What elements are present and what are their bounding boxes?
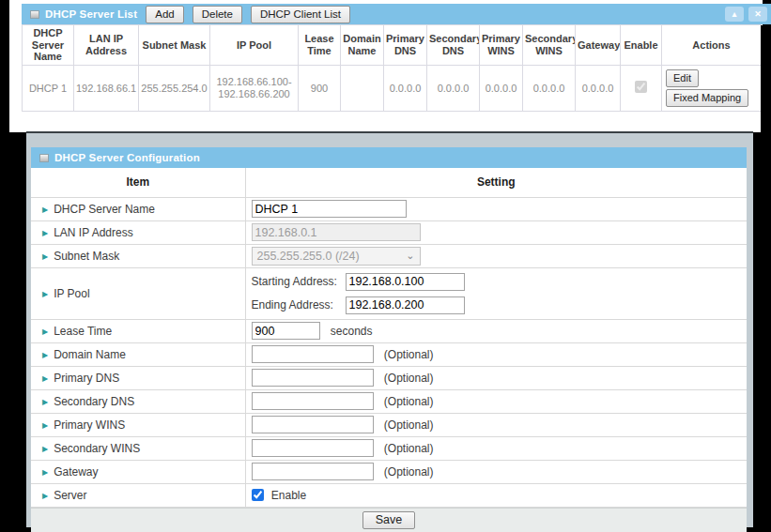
column-header: DHCP Server Name	[23, 25, 74, 66]
row-secondary-dns: ▶Secondary DNS (Optional)	[31, 389, 747, 413]
cell-actions: Edit Fixed Mapping	[662, 65, 762, 111]
add-button[interactable]: Add	[146, 6, 183, 23]
close-icon[interactable]: ✕	[748, 7, 767, 22]
column-header: Actions	[662, 25, 762, 66]
panel-title: DHCP Server Configuration	[54, 152, 200, 163]
server-enable-checkbox[interactable]	[252, 489, 264, 501]
column-header: Domain Name	[341, 25, 384, 66]
subnet-mask-select: 255.255.255.0 (/24) ⌄	[252, 247, 421, 266]
config-footer: Save	[31, 508, 747, 532]
dhcp-server-configuration-table: Item Setting ▶DHCP Server Name ▶LAN IP A…	[31, 168, 747, 508]
optional-label: (Optional)	[384, 348, 434, 361]
field-label: Lease Time	[54, 325, 112, 338]
cell-secondary-dns: 0.0.0.0	[427, 65, 480, 111]
dhcp-server-list-titlebar: DHCP Server List Add Delete DHCP Client …	[22, 4, 771, 24]
secondary-dns-input[interactable]	[252, 392, 374, 410]
field-label: Primary DNS	[54, 372, 119, 385]
secondary-wins-input[interactable]	[252, 439, 374, 457]
row-secondary-wins: ▶Secondary WINS (Optional)	[31, 436, 747, 460]
item-arrow-icon: ▶	[42, 468, 48, 477]
titlebar-window-controls: ▴ ✕	[720, 7, 767, 22]
optional-label: (Optional)	[384, 418, 434, 432]
delete-button[interactable]: Delete	[193, 6, 242, 23]
cell-secondary-wins: 0.0.0.0	[523, 65, 576, 111]
cell-subnet-mask: 255.255.254.0	[139, 65, 210, 111]
optional-label: (Optional)	[384, 442, 434, 455]
column-header: Secondary WINS	[523, 25, 576, 66]
config-header-row: Item Setting	[31, 168, 747, 197]
item-arrow-icon: ▶	[42, 492, 48, 500]
background-mask	[761, 25, 771, 132]
cell-domain-name	[341, 65, 384, 111]
lease-time-input[interactable]	[252, 322, 320, 340]
ending-address-label: Ending Address:	[252, 298, 346, 312]
edit-button[interactable]: Edit	[666, 69, 699, 87]
field-label: Domain Name	[54, 348, 126, 361]
item-arrow-icon: ▶	[42, 229, 48, 237]
cell-primary-wins: 0.0.0.0	[480, 65, 523, 111]
gateway-input[interactable]	[252, 463, 374, 480]
column-header: Secondary DNS	[427, 25, 480, 66]
column-header: Primary DNS	[384, 25, 427, 66]
primary-dns-input[interactable]	[252, 369, 374, 387]
cell-gateway: 0.0.0.0	[576, 65, 621, 111]
column-header: Subnet Mask	[139, 25, 210, 66]
item-arrow-icon: ▶	[42, 398, 48, 406]
row-primary-dns: ▶Primary DNS (Optional)	[31, 366, 747, 389]
domain-name-input[interactable]	[252, 345, 374, 363]
field-label: Subnet Mask	[54, 250, 119, 263]
row-server: ▶Server Enable	[31, 483, 747, 507]
dhcp-server-list-table: DHCP Server Name LAN IP Address Subnet M…	[22, 24, 762, 112]
row-subnet-mask: ▶Subnet Mask 255.255.255.0 (/24) ⌄	[31, 244, 747, 267]
item-arrow-icon: ▶	[42, 252, 48, 261]
row-dhcp-server-name: ▶DHCP Server Name	[31, 197, 747, 220]
panel-square-icon	[30, 10, 39, 19]
field-label: Gateway	[54, 465, 98, 479]
item-arrow-icon: ▶	[42, 421, 48, 430]
field-label: LAN IP Address	[54, 226, 133, 239]
field-label: DHCP Server Name	[54, 203, 155, 216]
item-arrow-icon: ▶	[42, 374, 48, 383]
row-gateway: ▶Gateway (Optional)	[31, 460, 747, 483]
cell-lan-ip: 192.168.66.1	[74, 65, 139, 111]
save-button[interactable]: Save	[362, 511, 416, 529]
item-arrow-icon: ▶	[42, 290, 48, 298]
table-row: DHCP 1 192.168.66.1 255.255.254.0 192.16…	[23, 65, 762, 111]
field-label: Server	[54, 489, 86, 502]
row-lan-ip-address: ▶LAN IP Address	[31, 220, 747, 244]
cell-primary-dns: 0.0.0.0	[384, 65, 427, 111]
field-label: Secondary WINS	[54, 442, 140, 455]
field-label: IP Pool	[54, 287, 89, 300]
table-header-row: DHCP Server Name LAN IP Address Subnet M…	[23, 25, 762, 66]
column-header: Primary WINS	[480, 25, 523, 66]
primary-wins-input[interactable]	[252, 416, 374, 433]
starting-address-input[interactable]	[346, 273, 465, 291]
lan-ip-address-input	[252, 223, 421, 241]
item-arrow-icon: ▶	[42, 351, 48, 359]
optional-label: (Optional)	[384, 395, 434, 408]
cell-lease-time: 900	[299, 65, 341, 111]
dhcp-server-list-panel: DHCP Server List Add Delete DHCP Client …	[9, 0, 763, 132]
column-header: IP Pool	[210, 25, 299, 66]
cell-ip-pool: 192.168.66.100-192.168.66.200	[210, 65, 299, 111]
setting-column-header: Setting	[245, 168, 747, 197]
row-ip-pool: ▶IP Pool Starting Address: Ending Addres…	[31, 267, 747, 319]
ending-address-input[interactable]	[346, 296, 465, 314]
cell-enable	[621, 65, 662, 111]
dhcp-server-configuration-panel: DHCP Server Configuration Item Setting ▶…	[26, 131, 753, 527]
server-enable-label: Enable	[271, 489, 306, 502]
collapse-icon[interactable]: ▴	[725, 7, 744, 22]
dhcp-client-list-button[interactable]: DHCP Client List	[251, 6, 350, 23]
row-lease-time: ▶Lease Time seconds	[31, 319, 747, 342]
row-enable-checkbox	[635, 81, 647, 93]
lease-time-units-label: seconds	[331, 325, 373, 338]
starting-address-label: Starting Address:	[252, 275, 346, 288]
item-column-header: Item	[31, 168, 245, 197]
fixed-mapping-button[interactable]: Fixed Mapping	[666, 89, 748, 107]
dhcp-server-name-input[interactable]	[252, 200, 407, 218]
field-label: Secondary DNS	[54, 395, 134, 408]
panel-square-icon	[39, 154, 49, 162]
chevron-down-icon: ⌄	[406, 250, 414, 262]
row-primary-wins: ▶Primary WINS (Optional)	[31, 413, 747, 436]
column-header: Lease Time	[299, 25, 341, 66]
